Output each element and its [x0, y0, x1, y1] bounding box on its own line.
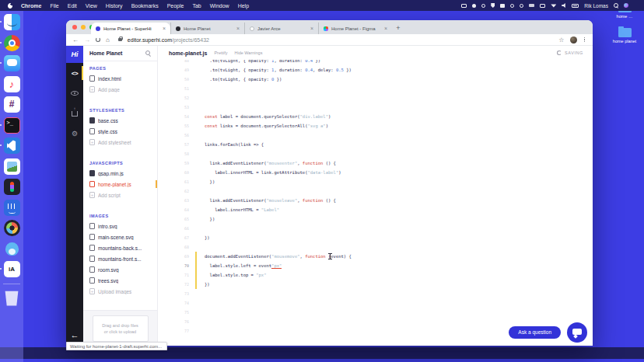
tab-home-planet-superhi[interactable]: Home Planet - SuperHi×: [91, 23, 170, 34]
code-line[interactable]: }): [205, 177, 593, 186]
code-line[interactable]: [205, 131, 593, 140]
code-line[interactable]: document.addEventListener("mousemove", f…: [205, 252, 593, 261]
file-item-style-css[interactable]: style.css: [83, 126, 157, 137]
dock-item-terminal[interactable]: [4, 117, 20, 134]
file-item-mountains-back-s-[interactable]: mountains-back.s...: [83, 242, 157, 253]
file-item-home-planet-js[interactable]: home-planet.js: [83, 179, 157, 190]
menu-item-file[interactable]: File: [50, 3, 58, 9]
code-line[interactable]: [205, 103, 593, 112]
code-line[interactable]: const links = document.querySelectorAll(…: [205, 121, 593, 131]
file-item-trees-svg[interactable]: trees.svg: [83, 275, 157, 286]
home-icon[interactable]: ⌂: [106, 34, 110, 46]
dock-item-figma[interactable]: [4, 179, 20, 195]
dock-item-audio[interactable]: [4, 200, 20, 216]
menu-item-bookmarks[interactable]: Bookmarks: [131, 3, 159, 9]
code-line[interactable]: [205, 298, 593, 308]
camera-icon[interactable]: [500, 4, 505, 8]
code-line[interactable]: [205, 93, 593, 103]
display-icon[interactable]: [461, 4, 467, 8]
code-line[interactable]: [205, 224, 593, 233]
file-item-index-html[interactable]: index.html: [83, 73, 157, 84]
file-item-intro-svg[interactable]: intro.svg: [83, 221, 157, 231]
reload-icon[interactable]: [96, 37, 100, 42]
dropzone[interactable]: Drag and drop files or click to upload: [93, 315, 149, 342]
code-line[interactable]: label.innerHTML = "Label": [205, 205, 593, 214]
tool-code[interactable]: <>: [66, 63, 83, 83]
dock-item-music[interactable]: [4, 76, 20, 92]
tool-settings[interactable]: ⚙: [66, 124, 83, 144]
file-item-base-css[interactable]: base.css: [83, 115, 157, 126]
shield-icon[interactable]: [491, 3, 495, 8]
code-line[interactable]: [205, 149, 593, 158]
code-line[interactable]: const label = document.querySelector("di…: [205, 112, 593, 121]
control-center-icon[interactable]: [634, 4, 639, 8]
battery-icon[interactable]: [572, 4, 579, 8]
bookmark-star-icon[interactable]: ☆: [558, 37, 564, 44]
dock-item-preview[interactable]: [4, 158, 20, 175]
siri-icon[interactable]: [624, 3, 628, 8]
code-line[interactable]: [205, 242, 593, 252]
chat-bubble-button[interactable]: [567, 322, 587, 343]
tab-home-planet[interactable]: Home Planet×: [170, 23, 244, 34]
tab-close-icon[interactable]: ×: [310, 26, 313, 31]
profile-avatar[interactable]: [570, 37, 577, 44]
code-line[interactable]: links.forEach(link => {: [205, 140, 593, 149]
menu-item-help[interactable]: Help: [238, 3, 249, 9]
tool-publish[interactable]: [66, 103, 83, 124]
clock-icon[interactable]: [520, 4, 523, 8]
code-line[interactable]: .to(tvLight, { opacity: 0 }): [205, 75, 593, 84]
dock-item-slack[interactable]: [4, 96, 20, 113]
tab-close-icon[interactable]: ×: [236, 26, 240, 31]
tab-close-icon[interactable]: ×: [163, 26, 166, 31]
menu-item-view[interactable]: View: [86, 3, 97, 9]
code-line[interactable]: label.style.left = event"px": [205, 261, 593, 270]
lock-icon[interactable]: [118, 38, 122, 41]
code-line[interactable]: [205, 308, 593, 317]
close-window-button[interactable]: [72, 25, 77, 30]
menu-item-window[interactable]: Window: [210, 3, 229, 9]
code-line[interactable]: label.innerHTML = link.getAttribute("dat…: [205, 168, 593, 177]
back-icon[interactable]: ←: [72, 34, 79, 46]
vpn-icon[interactable]: [481, 4, 485, 8]
back-arrow-icon[interactable]: ←: [66, 330, 83, 339]
tool-preview[interactable]: [66, 83, 83, 103]
code-line[interactable]: [205, 289, 593, 298]
add-item-upload-images[interactable]: Upload images: [83, 286, 157, 297]
code-line[interactable]: [205, 317, 593, 326]
ask-question-button[interactable]: Ask a question: [509, 326, 561, 339]
minimize-window-button[interactable]: [81, 25, 86, 30]
file-item-room-svg[interactable]: room.svg: [83, 264, 157, 275]
tab-home-planet-figma[interactable]: Home Planet - Figma×: [318, 23, 392, 34]
dock-item-trash[interactable]: [4, 290, 20, 306]
search-icon[interactable]: [145, 50, 151, 56]
dock-item-finder[interactable]: [4, 14, 20, 30]
search-icon[interactable]: [614, 3, 618, 8]
code-line[interactable]: link.addEventListener("mouseleave", func…: [205, 196, 593, 205]
code-line[interactable]: [205, 186, 593, 196]
file-item-main-scene-svg[interactable]: main-scene.svg: [83, 231, 157, 242]
forward-icon[interactable]: →: [84, 34, 90, 46]
code-line[interactable]: .to(tvLight, { opacity: 1, duration: 0.4…: [205, 65, 593, 75]
code-line[interactable]: }): [205, 280, 593, 289]
dock-item-reels[interactable]: [4, 220, 20, 236]
prettify-button[interactable]: Prettify: [214, 50, 227, 55]
record-icon[interactable]: [472, 4, 476, 8]
desktop-folder-home-planet[interactable]: home planet: [611, 28, 638, 44]
new-tab-button[interactable]: +: [392, 23, 404, 34]
dock-item-bird[interactable]: [4, 241, 20, 257]
dock-item-ia-writer[interactable]: [4, 261, 20, 277]
add-item-add-stylesheet[interactable]: Add stylesheet: [83, 137, 157, 148]
code-area[interactable]: 4849505152535455565758596061626364656667…: [158, 56, 593, 346]
add-item-add-page[interactable]: Add page: [83, 84, 157, 95]
hide-warnings-button[interactable]: Hide Warnings: [235, 50, 263, 55]
menu-item-tab[interactable]: Tab: [192, 3, 201, 9]
apple-icon[interactable]: [8, 3, 12, 9]
menu-item-people[interactable]: People: [167, 3, 184, 9]
code-line[interactable]: [205, 84, 593, 93]
code-line[interactable]: link.addEventListener("mouseenter", func…: [205, 158, 593, 168]
dock-item-chrome[interactable]: [4, 35, 20, 51]
volume-icon[interactable]: [562, 3, 566, 8]
dock-item-vscode[interactable]: [4, 137, 20, 154]
menu-item-history[interactable]: History: [106, 3, 123, 9]
tab-javier-arce[interactable]: Javier Arce×: [244, 23, 318, 34]
